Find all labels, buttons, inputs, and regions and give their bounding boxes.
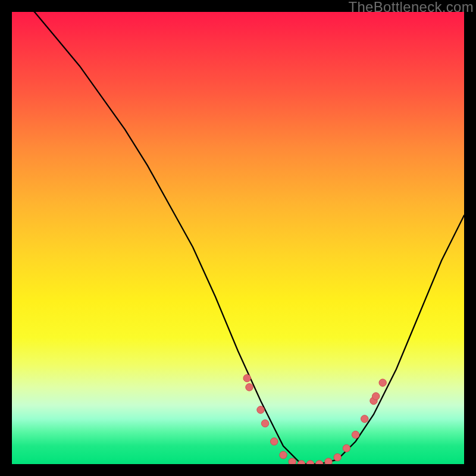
plot-area: [12, 12, 464, 464]
curve-marker: [257, 406, 264, 414]
watermark-text: TheBottleneck.com: [348, 0, 474, 15]
curve-marker: [243, 374, 250, 381]
curve-marker: [280, 452, 287, 459]
curve-marker: [379, 379, 386, 386]
curve-marker: [372, 393, 380, 400]
bottleneck-curve: [12, 12, 464, 464]
curve-marker: [289, 458, 296, 464]
curve-path: [12, 12, 464, 464]
curve-marker: [316, 461, 323, 464]
chart-frame: [12, 12, 464, 464]
curve-marker: [271, 438, 278, 445]
curve-marker: [343, 444, 350, 452]
curve-marker: [325, 458, 332, 464]
curve-marker: [361, 415, 368, 422]
curve-marker: [246, 384, 253, 391]
curve-marker: [334, 453, 341, 461]
curve-marker: [306, 461, 314, 464]
marker-group: [243, 374, 386, 464]
curve-marker: [352, 431, 359, 438]
curve-marker: [261, 419, 268, 427]
